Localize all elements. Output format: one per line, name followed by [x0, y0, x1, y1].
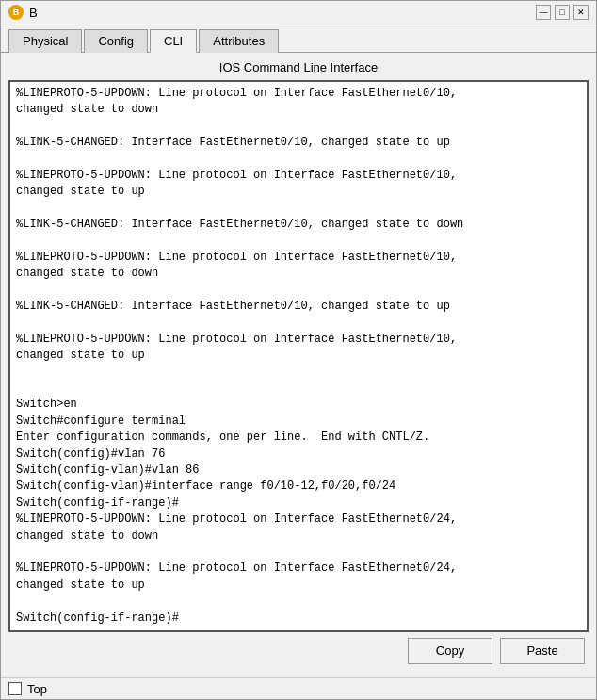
paste-button[interactable]: Paste [500, 638, 585, 664]
close-button[interactable]: ✕ [573, 5, 589, 20]
top-label: Top [27, 682, 47, 696]
button-row: Copy Paste [8, 632, 589, 670]
window-title: B [29, 6, 38, 20]
tab-cli[interactable]: CLI [150, 29, 197, 53]
maximize-button[interactable]: □ [555, 5, 570, 20]
content-area: IOS Command Line Interface %LINEPROTO-5-… [1, 53, 596, 677]
tab-bar: Physical Config CLI Attributes [1, 24, 596, 53]
footer-bar: Top [1, 677, 596, 700]
section-title: IOS Command Line Interface [8, 60, 589, 74]
tab-physical[interactable]: Physical [8, 29, 82, 53]
title-bar-left: B B [8, 5, 38, 20]
terminal-output[interactable]: %LINEPROTO-5-UPDOWN: Line protocol on In… [10, 82, 587, 630]
tab-config[interactable]: Config [84, 29, 148, 53]
minimize-button[interactable]: — [536, 5, 551, 20]
top-checkbox[interactable] [8, 682, 22, 695]
main-window: B B — □ ✕ Physical Config CLI Attributes… [0, 0, 597, 700]
app-icon: B [8, 5, 24, 20]
title-bar-controls: — □ ✕ [536, 5, 589, 20]
copy-button[interactable]: Copy [408, 638, 492, 664]
tab-attributes[interactable]: Attributes [199, 29, 279, 53]
title-bar: B B — □ ✕ [1, 1, 596, 24]
terminal-container: %LINEPROTO-5-UPDOWN: Line protocol on In… [8, 80, 589, 632]
